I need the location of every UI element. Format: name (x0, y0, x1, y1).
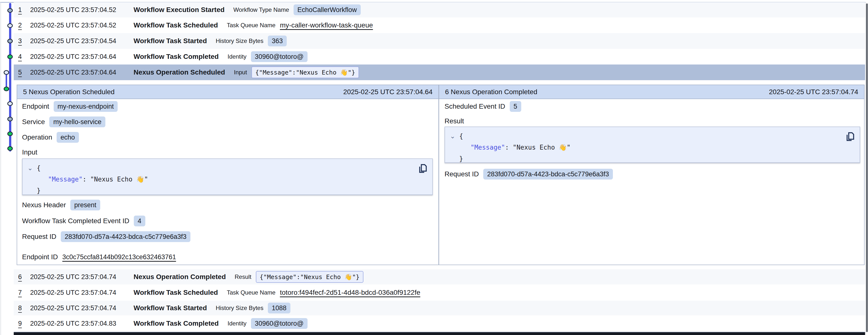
event-name: Workflow Task Completed (133, 53, 219, 61)
scrollbar-thumb[interactable] (866, 3, 868, 332)
timeline-dot-event-10 (7, 146, 13, 151)
event-attr-chip: 30960@totoro@ (251, 51, 308, 62)
task-queue-link[interactable]: totoro:f494fecf-2d51-4d48-bdcd-036a0f912… (280, 289, 420, 297)
event-id-link[interactable]: 6 (18, 273, 30, 281)
event-row-8[interactable]: 8 2025-02-25 UTC 23:57:04.74 Workflow Ta… (14, 301, 865, 315)
event-id-link[interactable]: 9 (18, 320, 30, 327)
endpoint-id-link[interactable]: 3c0c75ccfa8144b092c13ce632463761 (62, 253, 176, 261)
field-value-chip: 4 (134, 216, 145, 226)
event-row-6[interactable]: 6 2025-02-25 UTC 23:57:04.74 Nexus Opera… (14, 269, 865, 284)
panel-timestamp: 2025-02-25 UTC 23:57:04.64 (343, 88, 433, 96)
task-queue-link[interactable]: my-caller-workflow-task-queue (280, 21, 373, 29)
event-row-3[interactable]: 3 2025-02-25 UTC 23:57:04.54 Workflow Ta… (14, 33, 865, 49)
field-value-chip: 283fd070-d57a-4423-bdca-c5c779e6a3f3 (61, 231, 190, 242)
panel-header-nexus-completed[interactable]: 6 Nexus Operation Completed 2025-02-25 U… (439, 85, 864, 99)
event-row-9[interactable]: 9 2025-02-25 UTC 23:57:04.83 Workflow Ta… (14, 315, 865, 332)
event-name: Workflow Execution Started (133, 6, 224, 14)
field-label: Request ID (22, 233, 56, 241)
field-endpoint: Endpoint my-nexus-endpoint (22, 101, 118, 112)
event-attr-label: History Size Bytes (216, 305, 264, 311)
panel-header-nexus-scheduled[interactable]: 5 Nexus Operation Scheduled 2025-02-25 U… (17, 85, 438, 99)
field-label: Request ID (444, 170, 479, 178)
field-label: Service (22, 118, 45, 126)
event-timestamp: 2025-02-25 UTC 23:57:04.52 (30, 6, 133, 14)
panel-divider (438, 85, 439, 265)
field-value-chip: my-hello-service (49, 116, 105, 127)
timeline-branch-connector (6, 73, 7, 88)
event-attr-json-chip: {"Message":"Nexus Echo 👋"} (256, 271, 364, 283)
event-row-7[interactable]: 7 2025-02-25 UTC 23:57:04.74 Workflow Ta… (14, 284, 865, 301)
event-attr-label: Input (234, 69, 247, 76)
field-endpoint-id: Endpoint ID 3c0c75ccfa8144b092c13ce63246… (22, 252, 176, 262)
event-timestamp: 2025-02-25 UTC 23:57:04.64 (30, 53, 133, 61)
collapse-chevron-icon[interactable]: ⌄ (27, 164, 33, 172)
event-id-link[interactable]: 3 (18, 37, 30, 45)
field-value-chip: echo (57, 132, 79, 143)
event-timestamp: 2025-02-25 UTC 23:57:04.74 (30, 273, 133, 281)
panel-timestamp: 2025-02-25 UTC 23:57:04.74 (769, 88, 858, 96)
copy-icon[interactable] (845, 131, 855, 142)
event-name: Nexus Operation Scheduled (133, 68, 225, 76)
event-id-link[interactable]: 7 (18, 289, 30, 297)
field-value-chip: 5 (510, 101, 521, 112)
event-id-link[interactable]: 5 (18, 69, 30, 76)
panel-title: 6 Nexus Operation Completed (445, 88, 537, 96)
collapse-chevron-icon[interactable]: ⌄ (450, 133, 455, 140)
event-attr-json-chip: {"Message":"Nexus Echo 👋"} (251, 66, 359, 78)
field-operation: Operation echo (22, 132, 79, 143)
event-row-4[interactable]: 4 2025-02-25 UTC 23:57:04.64 Workflow Ta… (14, 49, 865, 64)
field-service: Service my-hello-service (22, 116, 105, 127)
json-payload: { "Message": "Nexus Echo 👋" } (37, 162, 148, 196)
timeline-dot-event-8 (7, 117, 13, 121)
event-attr-label: Identity (227, 53, 246, 60)
field-wtc-event-id: Workflow Task Completed Event ID 4 (22, 216, 145, 226)
next-row-cutoff-bar (14, 332, 865, 335)
timeline-dot-event-9 (7, 132, 13, 136)
result-json-viewer: ⌄ { "Message": "Nexus Echo 👋" } (444, 127, 860, 163)
event-attr-label: Task Queue Name (227, 289, 275, 296)
event-row-2[interactable]: 2 2025-02-25 UTC 23:57:04.52 Workflow Ta… (14, 18, 865, 33)
event-timestamp: 2025-02-25 UTC 23:57:04.83 (30, 320, 133, 327)
timeline-dot-event-5 (4, 70, 9, 75)
field-label: Scheduled Event ID (444, 103, 505, 110)
field-label: Input (22, 148, 37, 156)
workflow-event-history: 1 2025-02-25 UTC 23:57:04.52 Workflow Ex… (0, 0, 868, 335)
event-id-link[interactable]: 2 (18, 22, 30, 29)
event-attr-chip: EchoCallerWorkflow (293, 4, 361, 15)
event-attr-label: Workflow Type Name (233, 6, 289, 13)
copy-icon[interactable] (418, 163, 428, 174)
event-name: Workflow Task Started (133, 37, 207, 45)
event-row-1[interactable]: 1 2025-02-25 UTC 23:57:04.52 Workflow Ex… (14, 2, 865, 18)
event-timestamp: 2025-02-25 UTC 23:57:04.74 (30, 289, 133, 297)
field-label: Operation (22, 133, 52, 141)
event-id-link[interactable]: 1 (18, 6, 30, 14)
event-name: Nexus Operation Completed (133, 273, 226, 281)
field-value-chip: 283fd070-d57a-4423-bdca-c5c779e6a3f3 (483, 169, 613, 179)
event-name: Workflow Task Started (133, 304, 207, 312)
event-timestamp: 2025-02-25 UTC 23:57:04.52 (30, 22, 133, 29)
field-label: Nexus Header (22, 201, 66, 209)
field-value-chip: present (70, 200, 100, 211)
timeline-dot-event-1 (7, 8, 13, 13)
event-name: Workflow Task Completed (133, 319, 219, 327)
field-input-label: Input (22, 147, 37, 158)
field-label: Endpoint ID (22, 253, 58, 261)
event-attr-label: Result (235, 274, 251, 280)
field-request-id: Request ID 283fd070-d57a-4423-bdca-c5c77… (444, 169, 613, 179)
field-label: Workflow Task Completed Event ID (22, 217, 129, 225)
event-row-5-selected[interactable]: 5 2025-02-25 UTC 23:57:04.64 Nexus Opera… (14, 64, 865, 80)
field-label: Result (444, 117, 464, 125)
event-attr-label: Identity (227, 320, 246, 327)
field-scheduled-event-id: Scheduled Event ID 5 (444, 101, 521, 112)
event-name: Workflow Task Scheduled (133, 289, 218, 297)
timeline-dot-event-2 (7, 23, 13, 28)
scrollbar-track[interactable] (865, 2, 866, 335)
event-attr-label: Task Queue Name (227, 22, 275, 29)
left-border (0, 2, 1, 335)
field-label: Endpoint (22, 103, 49, 110)
event-timestamp: 2025-02-25 UTC 23:57:04.54 (30, 37, 133, 45)
event-id-link[interactable]: 8 (18, 304, 30, 312)
timeline-dot-event-4 (7, 54, 13, 59)
json-payload: { "Message": "Nexus Echo 👋" } (459, 131, 570, 164)
event-id-link[interactable]: 4 (18, 53, 30, 61)
